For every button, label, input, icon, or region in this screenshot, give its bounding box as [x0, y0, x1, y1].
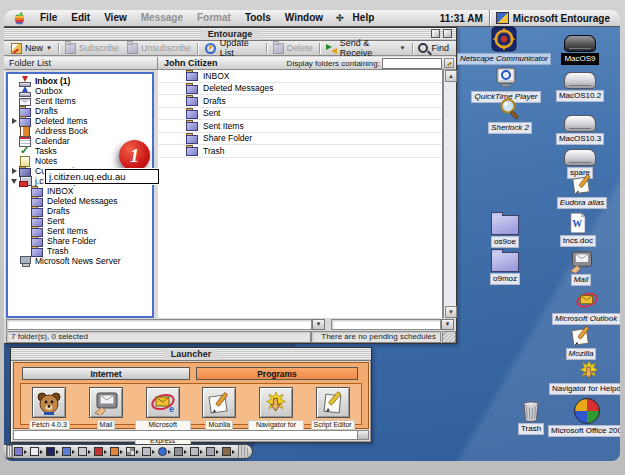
- sidebar-item-news-server[interactable]: Microsoft News Server: [8, 256, 152, 266]
- sidebar-item-sent-items-imap[interactable]: Sent Items: [8, 226, 152, 236]
- new-button[interactable]: New▼: [7, 42, 56, 55]
- desktop-icon-macos9[interactable]: MacOS9: [545, 35, 615, 65]
- table-row[interactable]: Sent Items: [158, 120, 442, 133]
- quicktime-icon: [494, 66, 518, 90]
- table-row[interactable]: Share Folder: [158, 133, 442, 146]
- disclosure-collapsed-icon[interactable]: [11, 117, 19, 125]
- tab-internet[interactable]: Internet: [22, 367, 190, 380]
- control-strip-module-quicktime[interactable]: [158, 446, 173, 457]
- desktop-icon-tncs-doc[interactable]: W tncs.doc: [543, 212, 613, 247]
- control-strip[interactable]: [4, 444, 253, 459]
- table-row[interactable]: Trash: [158, 145, 442, 158]
- sidebar-item-share-folder[interactable]: Share Folder: [8, 236, 152, 246]
- launcher-item-mozilla[interactable]: Mozilla: [191, 387, 247, 430]
- subscribe-button: Subscribe: [61, 42, 123, 55]
- desktop-icon-netscape-communicator[interactable]: Netscape Communicator: [449, 26, 559, 65]
- sidebar-item-sent-items[interactable]: Sent Items: [8, 96, 152, 106]
- strip-dropdown-button[interactable]: ▼: [312, 319, 325, 330]
- zoom-box-button[interactable]: [431, 29, 440, 38]
- sidebar-item-sent[interactable]: Sent: [8, 216, 152, 226]
- desktop-icon-eudora-alias[interactable]: Eudora alias: [544, 173, 620, 209]
- disclosure-expanded-icon[interactable]: [11, 177, 19, 185]
- application-menu[interactable]: Microsoft Entourage: [496, 12, 620, 24]
- desktop-icon-mozilla[interactable]: Mozilla: [546, 325, 616, 360]
- tab-programs[interactable]: Programs: [196, 367, 358, 380]
- table-row[interactable]: Deleted Messages: [158, 83, 442, 96]
- sidebar-item-inbox-imap[interactable]: INBOX: [8, 186, 152, 196]
- apple-menu[interactable]: [4, 12, 33, 25]
- menu-window[interactable]: Window: [278, 10, 330, 26]
- table-row[interactable]: INBOX: [158, 70, 442, 83]
- send-receive-button[interactable]: Send & Receive▼: [322, 42, 410, 55]
- launcher-item-label: Mail: [97, 420, 116, 430]
- control-strip-module-talk-microphone[interactable]: [206, 446, 221, 457]
- news-server-icon: [19, 256, 32, 267]
- desktop-icon-outlook-express[interactable]: Microsoft Outlook Expr: [552, 290, 620, 325]
- progress-strip: [6, 319, 312, 330]
- desktop-icon-macos10-2[interactable]: MacOS10.2: [545, 72, 615, 102]
- desktop-icon-navigator-helpdesk[interactable]: Navigator for Helpdes: [549, 360, 620, 395]
- launcher-title-bar[interactable]: Launcher: [11, 348, 371, 361]
- folder-table[interactable]: INBOX Deleted Messages Drafts Sent Sent …: [158, 70, 443, 318]
- control-strip-module-cd-audio[interactable]: [30, 446, 45, 457]
- control-strip-module-video-mirroring[interactable]: [174, 446, 189, 457]
- control-strip-module-printer-selector[interactable]: [94, 446, 109, 457]
- sidebar-item-deleted-items[interactable]: Deleted Items: [8, 116, 152, 126]
- menu-view[interactable]: View: [97, 10, 134, 26]
- office-icon: [574, 398, 600, 424]
- svg-text:W: W: [572, 219, 582, 230]
- desktop-icon-os9oe-folder[interactable]: os9oe: [470, 210, 540, 248]
- sidebar-item-drafts-imap[interactable]: Drafts: [8, 206, 152, 216]
- desktop-icon-mail[interactable]: Mail: [546, 250, 616, 286]
- vertical-scrollbar[interactable]: ▲ ▼: [443, 70, 456, 318]
- launcher-item-mail[interactable]: Mail: [78, 387, 134, 430]
- sidebar-item-outbox[interactable]: Outbox: [8, 86, 152, 96]
- control-strip-module-sound-volume[interactable]: [190, 446, 205, 457]
- table-row[interactable]: Sent: [158, 108, 442, 121]
- toolbar-divider: [266, 43, 267, 54]
- disclosure-collapsed-icon[interactable]: [11, 167, 19, 175]
- sidebar-item-address-book[interactable]: Address Book: [8, 126, 152, 136]
- resize-grip[interactable]: [442, 331, 456, 343]
- find-button[interactable]: Find: [414, 42, 453, 55]
- strip-dropdown-button[interactable]: ▼: [441, 319, 454, 330]
- sidebar-item-drafts[interactable]: Drafts: [8, 106, 152, 116]
- scrollbar-box[interactable]: [357, 431, 368, 439]
- folder-list[interactable]: Inbox (1) Outbox Sent Items Drafts Delet…: [6, 72, 154, 318]
- desktop-icon-o9moz-folder[interactable]: o9moz: [470, 247, 540, 285]
- filter-input[interactable]: [382, 58, 442, 69]
- desktop-icon-sherlock-2[interactable]: Sherlock 2: [475, 97, 545, 134]
- control-strip-handle[interactable]: [6, 445, 13, 458]
- control-strip-module-keychain-lock[interactable]: [78, 446, 93, 457]
- control-strip-module-desktop-pattern[interactable]: [126, 446, 141, 457]
- control-strip-module-file-sharing[interactable]: [62, 446, 77, 457]
- control-strip-module-monitor-resolution[interactable]: [110, 446, 125, 457]
- launcher-horizontal-scrollbar[interactable]: [13, 430, 369, 440]
- control-strip-module-monitor-bit-depth[interactable]: [14, 446, 29, 457]
- scroll-down-arrow[interactable]: ▼: [445, 306, 457, 318]
- folder-icon: [186, 70, 199, 81]
- control-strip-module-disk-strip[interactable]: [222, 446, 237, 457]
- menu-file[interactable]: File: [33, 10, 64, 26]
- desktop-icon-microsoft-office[interactable]: Microsoft Office 200: [548, 398, 620, 437]
- menu-help[interactable]: Help: [346, 10, 382, 26]
- sidebar-item-trash[interactable]: Trash: [8, 246, 152, 256]
- table-row[interactable]: Drafts: [158, 95, 442, 108]
- control-strip-module-printing[interactable]: [142, 446, 157, 457]
- menu-edit[interactable]: Edit: [64, 10, 97, 26]
- menu-clock[interactable]: 11:31 AM: [440, 13, 483, 24]
- launcher-item-fetch[interactable]: Fetch 4.0.3: [21, 387, 77, 430]
- menu-tools[interactable]: Tools: [238, 10, 278, 26]
- control-strip-module-energy-saver[interactable]: [46, 446, 61, 457]
- toolbar-divider: [197, 43, 198, 54]
- desktop-icon-label: Mail: [571, 274, 592, 286]
- help-balloon-icon: ✣: [330, 13, 346, 23]
- control-strip-end-tab[interactable]: [238, 445, 249, 458]
- desktop-icon-macos10-3[interactable]: MacOS10.3: [545, 115, 615, 145]
- sidebar-item-deleted-messages[interactable]: Deleted Messages: [8, 196, 152, 206]
- account-name-edit-field[interactable]: [46, 171, 158, 182]
- launcher-window: Launcher Internet Programs Fetch 4.0.3: [10, 347, 372, 443]
- update-list-button[interactable]: Update List: [200, 42, 264, 55]
- sidebar-item-inbox[interactable]: Inbox (1): [8, 76, 152, 86]
- launcher-item-script-editor[interactable]: Script Editor: [305, 387, 361, 430]
